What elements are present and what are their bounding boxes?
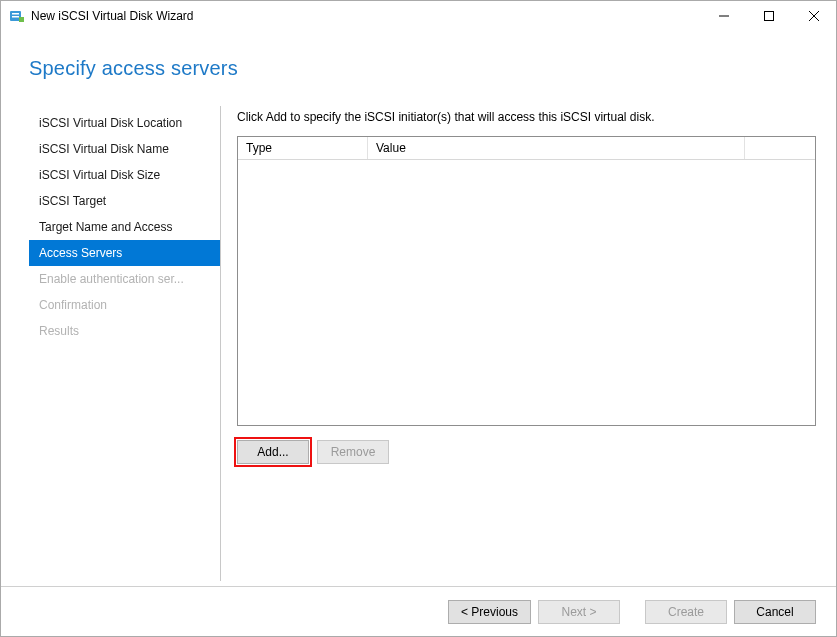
column-header-spacer (745, 137, 815, 159)
next-button: Next > (538, 600, 620, 624)
previous-button[interactable]: < Previous (448, 600, 531, 624)
maximize-button[interactable] (746, 1, 791, 31)
minimize-button[interactable] (701, 1, 746, 31)
content-area: iSCSI Virtual Disk Location iSCSI Virtua… (29, 106, 816, 581)
list-body[interactable] (238, 160, 815, 425)
list-button-row: Add... Remove (237, 440, 816, 464)
page-heading: Specify access servers (1, 31, 836, 80)
column-header-value[interactable]: Value (368, 137, 745, 159)
step-target-name-and-access[interactable]: Target Name and Access (29, 214, 220, 240)
step-results: Results (29, 318, 220, 344)
wizard-footer: < Previous Next > Create Cancel (1, 586, 836, 636)
step-enable-authentication-services: Enable authentication ser... (29, 266, 220, 292)
window-title: New iSCSI Virtual Disk Wizard (31, 9, 193, 23)
step-iscsi-virtual-disk-size[interactable]: iSCSI Virtual Disk Size (29, 162, 220, 188)
step-iscsi-virtual-disk-name[interactable]: iSCSI Virtual Disk Name (29, 136, 220, 162)
svg-rect-1 (12, 13, 19, 15)
instruction-text: Click Add to specify the iSCSI initiator… (237, 110, 816, 124)
remove-button: Remove (317, 440, 389, 464)
step-iscsi-virtual-disk-location[interactable]: iSCSI Virtual Disk Location (29, 110, 220, 136)
step-access-servers[interactable]: Access Servers (29, 240, 220, 266)
close-button[interactable] (791, 1, 836, 31)
add-button[interactable]: Add... (237, 440, 309, 464)
window-controls (701, 1, 836, 31)
svg-rect-3 (19, 17, 24, 22)
svg-rect-5 (764, 12, 773, 21)
initiators-list[interactable]: Type Value (237, 136, 816, 426)
create-button: Create (645, 600, 727, 624)
column-header-type[interactable]: Type (238, 137, 368, 159)
svg-rect-2 (12, 16, 19, 18)
main-panel: Click Add to specify the iSCSI initiator… (221, 106, 816, 581)
cancel-button[interactable]: Cancel (734, 600, 816, 624)
step-iscsi-target[interactable]: iSCSI Target (29, 188, 220, 214)
wizard-steps-sidebar: iSCSI Virtual Disk Location iSCSI Virtua… (29, 106, 221, 581)
app-icon (9, 8, 25, 24)
titlebar: New iSCSI Virtual Disk Wizard (1, 1, 836, 31)
list-header: Type Value (238, 137, 815, 160)
step-confirmation: Confirmation (29, 292, 220, 318)
